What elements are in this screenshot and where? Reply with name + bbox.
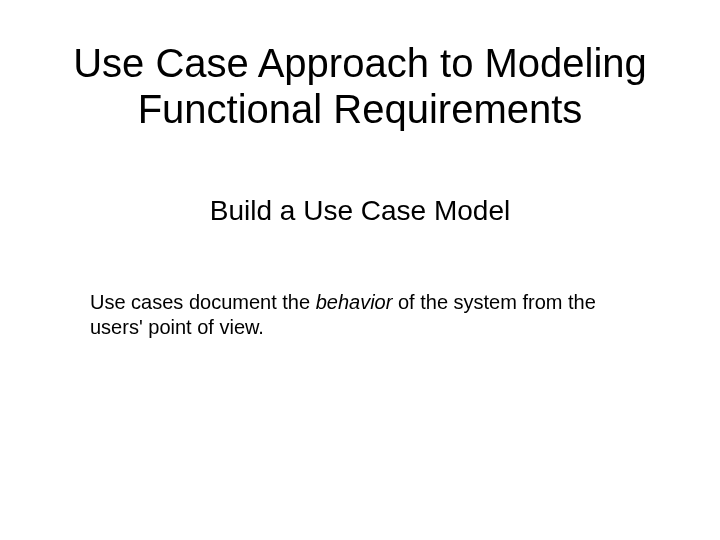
title-line-2: Functional Requirements <box>138 87 583 131</box>
slide-title: Use Case Approach to Modeling Functional… <box>0 40 720 132</box>
title-line-1: Use Case Approach to Modeling <box>73 41 647 85</box>
body-text-pre: Use cases document the <box>90 291 316 313</box>
slide-subtitle: Build a Use Case Model <box>0 195 720 227</box>
slide-body: Use cases document the behavior of the s… <box>90 290 650 340</box>
slide: Use Case Approach to Modeling Functional… <box>0 0 720 540</box>
body-text-emphasis: behavior <box>316 291 393 313</box>
